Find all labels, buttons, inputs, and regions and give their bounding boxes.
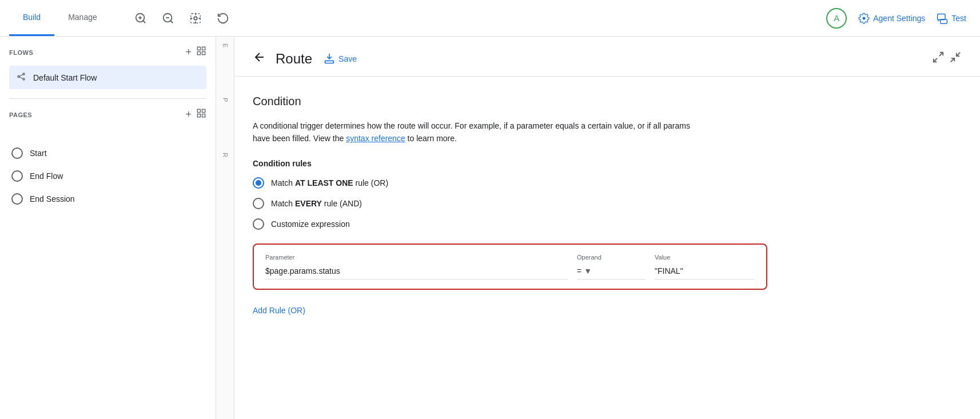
page-item-end-session[interactable]: End Session	[9, 187, 206, 210]
top-nav: Build Manage	[0, 0, 980, 37]
flows-section: FLOWS +	[0, 37, 216, 98]
svg-rect-22	[197, 114, 200, 117]
fullscreen-icon	[932, 51, 945, 63]
save-icon	[324, 53, 335, 65]
middle-letter-e: E	[222, 43, 229, 47]
condition-row: Parameter Operand = ▼ Value	[253, 244, 767, 290]
operand-label: Operand	[577, 254, 646, 261]
save-button[interactable]: Save	[324, 53, 357, 65]
condition-description: A conditional trigger determines how the…	[253, 119, 722, 145]
chat-icon	[937, 13, 948, 24]
target-button[interactable]	[184, 7, 207, 30]
svg-rect-12	[202, 47, 205, 50]
svg-rect-14	[202, 52, 205, 55]
page-circle-end-flow	[11, 170, 23, 182]
middle-letter-r: R	[222, 153, 229, 157]
tab-build[interactable]: Build	[9, 0, 54, 36]
test-button[interactable]: Test	[937, 13, 966, 24]
top-nav-right: A Agent Settings Test	[826, 8, 980, 29]
tab-manage[interactable]: Manage	[54, 0, 111, 36]
value-label: Value	[655, 254, 755, 261]
radio-circle-customize	[253, 218, 264, 230]
flow-item-default[interactable]: Default Start Flow	[9, 66, 206, 89]
flow-icon	[16, 71, 26, 83]
middle-letter-p: P	[222, 98, 229, 102]
condition-section: Condition A conditional trigger determin…	[234, 77, 980, 338]
operand-value: =	[577, 266, 581, 276]
radio-circle-and	[253, 198, 264, 209]
operand-select[interactable]: = ▼	[577, 263, 646, 280]
flows-actions: +	[185, 46, 206, 59]
parameter-label: Parameter	[265, 254, 568, 261]
add-flow-button[interactable]: +	[185, 46, 192, 59]
svg-rect-20	[197, 109, 200, 112]
flows-grid-button[interactable]	[196, 46, 206, 59]
radio-label-and: Match EVERY rule (AND)	[271, 199, 362, 208]
parameter-group: Parameter	[265, 254, 568, 280]
radio-label-customize: Customize expression	[271, 220, 350, 229]
fullscreen-button[interactable]	[932, 51, 945, 66]
route-header: Route Save	[234, 37, 980, 77]
route-title: Route	[276, 51, 312, 67]
pages-actions: +	[185, 108, 206, 121]
svg-line-29	[957, 53, 960, 56]
operand-group: Operand = ▼	[577, 254, 646, 280]
collapse-icon	[949, 51, 962, 63]
radio-option-customize[interactable]: Customize expression	[253, 218, 962, 230]
flows-title: FLOWS	[9, 49, 33, 56]
collapse-button[interactable]	[949, 51, 962, 66]
gear-icon	[858, 13, 870, 24]
svg-line-28	[951, 58, 954, 62]
svg-line-27	[934, 58, 937, 62]
svg-point-17	[23, 78, 25, 80]
undo-button[interactable]	[212, 7, 234, 30]
svg-rect-21	[202, 109, 205, 112]
zoom-in-button[interactable]	[129, 7, 152, 30]
pages-header: PAGES +	[9, 108, 206, 121]
back-button[interactable]	[253, 50, 266, 67]
pages-grid-button[interactable]	[196, 108, 206, 121]
flow-item-label: Default Start Flow	[33, 73, 97, 82]
page-circle-end-session	[11, 193, 23, 205]
avatar[interactable]: A	[826, 8, 847, 29]
radio-inner-or	[256, 180, 261, 186]
parameter-input[interactable]	[265, 263, 568, 280]
dropdown-arrow-icon: ▼	[584, 266, 592, 276]
pages-list: Start End Flow End Session	[0, 137, 216, 215]
add-page-button[interactable]: +	[185, 108, 192, 121]
toolbar-icons	[129, 7, 234, 30]
agent-settings-button[interactable]: Agent Settings	[858, 13, 925, 24]
svg-rect-11	[197, 47, 200, 50]
middle-panel: E P R	[216, 37, 234, 419]
radio-label-or: Match AT LEAST ONE rule (OR)	[271, 178, 388, 187]
tabs-area: Build Manage	[0, 0, 120, 36]
svg-line-5	[170, 21, 173, 23]
svg-point-7	[194, 17, 197, 20]
svg-line-1	[143, 21, 145, 23]
svg-line-26	[939, 53, 943, 56]
radio-option-and[interactable]: Match EVERY rule (AND)	[253, 198, 962, 209]
syntax-reference-link[interactable]: syntax reference	[346, 134, 405, 143]
main-content: FLOWS +	[0, 37, 980, 419]
radio-circle-or	[253, 177, 264, 189]
value-group: Value	[655, 254, 755, 280]
pages-grid-icon	[196, 108, 206, 118]
condition-title: Condition	[253, 95, 962, 108]
radio-option-or[interactable]: Match AT LEAST ONE rule (OR)	[253, 177, 962, 189]
svg-rect-23	[202, 114, 205, 117]
svg-point-15	[18, 76, 19, 78]
route-panel: Route Save	[234, 37, 980, 419]
page-item-end-flow[interactable]: End Flow	[9, 165, 206, 187]
add-rule-button[interactable]: Add Rule (OR)	[253, 301, 305, 320]
zoom-out-button[interactable]	[157, 7, 180, 30]
page-item-start[interactable]: Start	[9, 142, 206, 165]
route-header-right	[932, 51, 962, 66]
value-input[interactable]	[655, 263, 755, 280]
pages-title: PAGES	[9, 111, 32, 118]
grid-icon	[196, 46, 206, 56]
svg-point-16	[23, 73, 25, 75]
sidebar: FLOWS +	[0, 37, 216, 419]
pages-section: PAGES +	[0, 99, 216, 137]
page-label-end-session: End Session	[30, 194, 75, 203]
flows-header: FLOWS +	[9, 46, 206, 59]
